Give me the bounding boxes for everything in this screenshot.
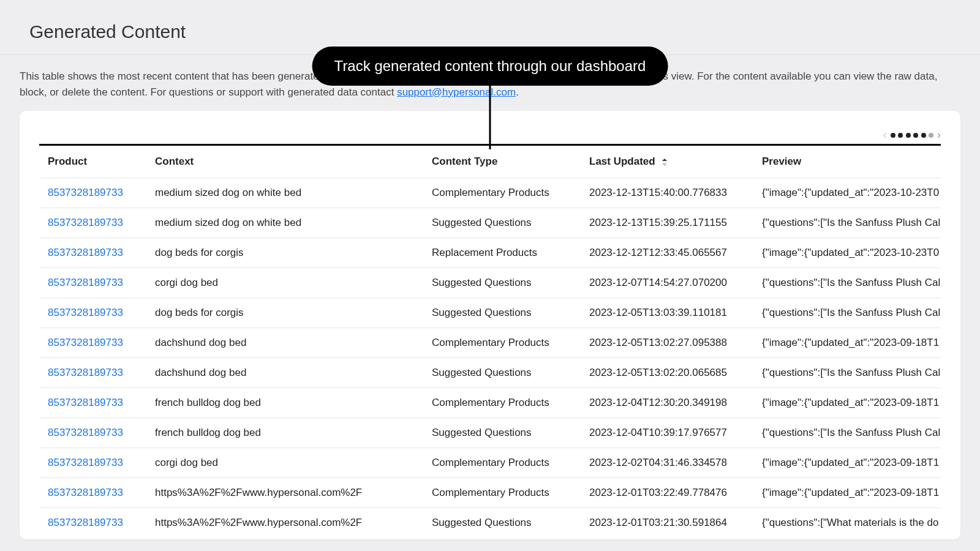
column-header-preview[interactable]: Preview (753, 145, 941, 178)
column-header-content-type[interactable]: Content Type (423, 145, 581, 178)
cell-content-type: Complementary Products (423, 328, 581, 358)
page-dot[interactable] (913, 133, 918, 138)
table-row: 8537328189733french bulldog dog bedSugge… (39, 418, 941, 448)
product-link[interactable]: 8537328189733 (48, 457, 123, 468)
page-dot[interactable] (929, 133, 933, 138)
page-next-icon[interactable]: › (937, 129, 941, 140)
cell-product: 8537328189733 (39, 268, 146, 298)
cell-content-type: Complementary Products (423, 388, 581, 418)
table-row: 8537328189733corgi dog bedSuggested Ques… (39, 268, 941, 298)
cell-context: dachshund dog bed (146, 328, 423, 358)
table-row: 8537328189733dachshund dog bedSuggested … (39, 358, 941, 388)
cell-last-updated: 2023-12-12T12:33:45.065567 (581, 238, 753, 268)
cell-last-updated: 2023-12-01T03:21:30.591864 (581, 508, 753, 538)
cell-product: 8537328189733 (39, 508, 146, 538)
column-header-last-updated[interactable]: Last Updated (581, 145, 753, 178)
cell-preview: {"questions":["Is the Sanfuss Plush Calr (753, 418, 941, 448)
table-row: 8537328189733dachshund dog bedComplement… (39, 328, 941, 358)
pagination: ‹ › (883, 129, 941, 140)
table-row: 8537328189733french bulldog dog bedCompl… (39, 388, 941, 418)
cell-context: dog beds for corgis (146, 238, 423, 268)
cell-context: french bulldog dog bed (146, 418, 423, 448)
cell-context: french bulldog dog bed (146, 388, 423, 418)
product-link[interactable]: 8537328189733 (48, 307, 123, 318)
cell-last-updated: 2023-12-04T10:39:17.976577 (581, 418, 753, 448)
cell-product: 8537328189733 (39, 208, 146, 238)
product-link[interactable]: 8537328189733 (48, 397, 123, 408)
cell-product: 8537328189733 (39, 298, 146, 328)
product-link[interactable]: 8537328189733 (48, 487, 123, 498)
cell-last-updated: 2023-12-02T04:31:46.334578 (581, 448, 753, 478)
cell-last-updated: 2023-12-07T14:54:27.070200 (581, 268, 753, 298)
cell-content-type: Suggested Questions (423, 508, 581, 538)
cell-preview: {"image":{"updated_at":"2023-10-23T0 (753, 178, 941, 208)
cell-preview: {"image":{"updated_at":"2023-09-18T1 (753, 328, 941, 358)
cell-product: 8537328189733 (39, 178, 146, 208)
page-dot[interactable] (906, 133, 911, 138)
column-header-last-updated-label: Last Updated (589, 156, 655, 167)
product-link[interactable]: 8537328189733 (48, 427, 123, 438)
support-email-link[interactable]: support@hypersonal.com (397, 86, 516, 98)
product-link[interactable]: 8537328189733 (48, 217, 123, 228)
cell-content-type: Complementary Products (423, 478, 581, 508)
cell-context: https%3A%2F%2Fwww.hypersonal.com%2F (146, 478, 423, 508)
cell-context: medium sized dog on white bed (146, 178, 423, 208)
cell-preview: {"questions":["What materials is the do (753, 508, 941, 538)
cell-content-type: Suggested Questions (423, 208, 581, 238)
cell-content-type: Complementary Products (423, 178, 581, 208)
cell-preview: {"image":{"updated_at":"2023-09-18T1 (753, 478, 941, 508)
product-link[interactable]: 8537328189733 (48, 277, 123, 288)
cell-last-updated: 2023-12-01T03:22:49.778476 (581, 478, 753, 508)
product-link[interactable]: 8537328189733 (48, 247, 123, 258)
cell-content-type: Suggested Questions (423, 418, 581, 448)
page-dot[interactable] (898, 133, 903, 138)
callout-line (489, 82, 491, 149)
cell-product: 8537328189733 (39, 388, 146, 418)
cell-content-type: Suggested Questions (423, 358, 581, 388)
product-link[interactable]: 8537328189733 (48, 367, 123, 378)
table-row: 8537328189733https%3A%2F%2Fwww.hypersona… (39, 478, 941, 508)
table-row: 8537328189733medium sized dog on white b… (39, 208, 941, 238)
cell-last-updated: 2023-12-05T13:03:39.110181 (581, 298, 753, 328)
cell-preview: {"image":{"updated_at":"2023-09-18T1 (753, 448, 941, 478)
cell-context: https%3A%2F%2Fwww.hypersonal.com%2F (146, 508, 423, 538)
cell-content-type: Suggested Questions (423, 298, 581, 328)
table-row: 8537328189733https%3A%2F%2Fwww.hypersona… (39, 508, 941, 538)
cell-product: 8537328189733 (39, 448, 146, 478)
description-suffix: . (516, 86, 519, 98)
table-row: 8537328189733dog beds for corgisReplacem… (39, 238, 941, 268)
table-row: 8537328189733dog beds for corgisSuggeste… (39, 298, 941, 328)
product-link[interactable]: 8537328189733 (48, 187, 123, 198)
column-header-product[interactable]: Product (39, 145, 146, 178)
cell-content-type: Complementary Products (423, 448, 581, 478)
cell-preview: {"image":{"updated_at":"2023-10-23T0 (753, 238, 941, 268)
product-link[interactable]: 8537328189733 (48, 337, 123, 348)
product-link[interactable]: 8537328189733 (48, 517, 123, 528)
page-prev-icon[interactable]: ‹ (883, 129, 887, 140)
page-dot[interactable] (891, 133, 895, 138)
cell-preview: {"questions":["Is the Sanfuss Plush Calr (753, 298, 941, 328)
table-row: 8537328189733corgi dog bedComplementary … (39, 448, 941, 478)
callout-bubble: Track generated content through our dash… (312, 47, 668, 86)
cell-last-updated: 2023-12-05T13:02:20.065685 (581, 358, 753, 388)
page-dot[interactable] (921, 133, 926, 138)
cell-context: dachshund dog bed (146, 358, 423, 388)
cell-preview: {"questions":["Is the Sanfuss Plush Calr (753, 208, 941, 238)
cell-preview: {"image":{"updated_at":"2023-09-18T1 (753, 388, 941, 418)
cell-product: 8537328189733 (39, 418, 146, 448)
cell-preview: {"questions":["Is the Sanfuss Plush Calr (753, 268, 941, 298)
cell-content-type: Replacement Products (423, 238, 581, 268)
content-table: Product Context Content Type Last Update… (39, 144, 941, 538)
cell-context: medium sized dog on white bed (146, 208, 423, 238)
column-header-context[interactable]: Context (146, 145, 423, 178)
cell-last-updated: 2023-12-05T13:02:27.095388 (581, 328, 753, 358)
cell-product: 8537328189733 (39, 478, 146, 508)
cell-last-updated: 2023-12-04T12:30:20.349198 (581, 388, 753, 418)
sort-ascending-icon[interactable] (662, 157, 668, 166)
cell-preview: {"questions":["Is the Sanfuss Plush Calr (753, 358, 941, 388)
cell-context: dog beds for corgis (146, 298, 423, 328)
table-row: 8537328189733medium sized dog on white b… (39, 178, 941, 208)
cell-context: corgi dog bed (146, 448, 423, 478)
cell-last-updated: 2023-12-13T15:40:00.776833 (581, 178, 753, 208)
cell-last-updated: 2023-12-13T15:39:25.171155 (581, 208, 753, 238)
